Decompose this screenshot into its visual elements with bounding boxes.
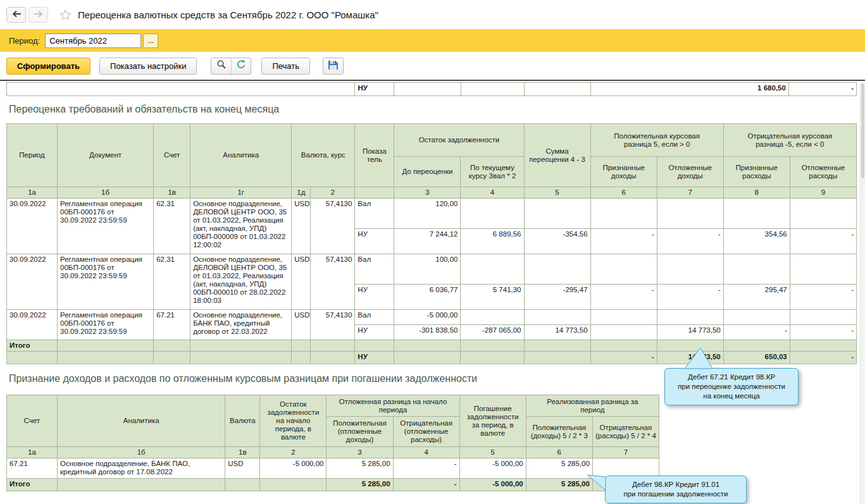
callout-repayment-posting: Дебет 98.КР Кредит 91.01 при погашении з… <box>605 476 747 503</box>
cell-indicator: НУ <box>355 229 394 254</box>
period-input[interactable] <box>45 34 141 48</box>
colnum: 2 <box>260 447 327 458</box>
header-indicator: Показа тель <box>355 124 394 187</box>
colnum: 6 <box>590 187 657 199</box>
cell-pos-deferred: - <box>657 229 723 254</box>
cell-empty <box>190 352 292 364</box>
colnum: 2 <box>311 187 355 199</box>
cell-neg-recognized: 354,56 <box>723 229 790 254</box>
cell-document: Регламентная операция 00БП-000176 от 30.… <box>58 310 154 340</box>
colnum: 1в <box>225 447 260 458</box>
cell-neg-deferred <box>790 254 856 285</box>
cell-analytics: Основное подразделение, БАНК ПАО, кредит… <box>190 310 292 340</box>
period-more-button[interactable]: ... <box>143 34 158 48</box>
cell-empty <box>154 340 190 352</box>
favorite-star-icon[interactable] <box>59 9 72 21</box>
cell-empty <box>190 340 292 352</box>
cell-pos-recognized <box>590 199 657 229</box>
colnum: 4 <box>393 447 459 458</box>
cell-current <box>461 310 524 325</box>
cell-neg-recognized: 295,47 <box>723 285 790 310</box>
cell-empty <box>311 340 355 352</box>
colnum: 1д <box>292 187 311 199</box>
cell-sum: -354,56 <box>524 229 590 254</box>
save-icon <box>328 59 339 73</box>
colnum: 4 <box>461 187 524 199</box>
show-settings-button[interactable]: Показать настройки <box>99 58 197 75</box>
cell-before: 100,00 <box>394 254 461 285</box>
forward-button[interactable] <box>28 7 48 23</box>
generate-button[interactable]: Сформировать <box>6 58 90 75</box>
search-button[interactable] <box>211 58 231 74</box>
cell-empty <box>7 83 355 96</box>
total-neg-recognized: 650,03 <box>723 352 790 364</box>
cell-empty <box>524 83 590 96</box>
print-button[interactable]: Печать <box>261 58 310 75</box>
cell-empty <box>590 340 657 352</box>
cell-currency: USD <box>292 199 311 254</box>
cell-document: Регламентная операция 00БП-000176 от 30.… <box>58 254 154 310</box>
header-analytics: Аналитика <box>58 395 225 447</box>
callout-line: Дебет 67.21 Кредит 98.КР <box>668 372 795 382</box>
header-deferred-group: Отложенная разница на начало периода <box>327 395 459 417</box>
header-pos-deferred: Отложенные доходы <box>657 157 723 187</box>
header-debt-group: Остаток задолженности <box>394 124 524 157</box>
cell-empty <box>225 479 260 491</box>
colnum: 7 <box>592 447 659 458</box>
cell-pos-deferred <box>657 199 723 229</box>
cell-sum <box>524 254 590 285</box>
cell-indicator: Вал <box>355 254 394 285</box>
cell-sum <box>524 310 590 325</box>
colnum: 3 <box>394 187 461 199</box>
header-opening: Остаток задолженности на начало периода,… <box>260 395 327 447</box>
cell-analytics: Основное подразделение, БАНК ПАО, кредит… <box>58 458 225 479</box>
refresh-icon <box>236 59 246 72</box>
cell-def-neg: - <box>393 458 459 479</box>
total-pos-recognized: - <box>590 352 657 364</box>
cell-empty <box>7 352 58 364</box>
cell-before: 6 036,77 <box>394 285 461 310</box>
back-button[interactable] <box>6 7 26 23</box>
cell-empty <box>394 83 461 96</box>
header-currency: Валюта <box>225 395 260 447</box>
cell-before: -301 838,50 <box>394 325 461 340</box>
scrollbar-thumb[interactable] <box>861 83 864 178</box>
cell-current: 5 741,30 <box>461 285 524 310</box>
forward-arrow-icon <box>34 9 44 20</box>
total-def-neg: - <box>393 479 459 491</box>
cell-analytics: Основное подразделение, ДЕЛОВОЙ ЦЕНТР ОО… <box>190 254 292 310</box>
cell-empty <box>524 340 590 352</box>
callout-pointer-icon <box>587 474 606 491</box>
toolbar: Сформировать Показать настройки Печать <box>0 52 865 80</box>
colnum: 1б <box>58 187 154 199</box>
header-currency-rate: Валюта, курс <box>292 124 355 187</box>
total-real-pos: 5 285,00 <box>526 479 592 491</box>
header-negative-group: Отрицательная курсовая разница -5, если … <box>723 124 856 157</box>
cell-indicator: Вал <box>355 310 394 325</box>
cell-empty <box>292 352 311 364</box>
save-button[interactable] <box>323 58 344 75</box>
refresh-button[interactable] <box>231 58 251 74</box>
cell-neg-deferred: - <box>790 285 856 310</box>
cell-account: 62.31 <box>154 254 190 310</box>
cell-currency: USD <box>292 254 311 310</box>
report-area: НУ 1 680,50 - Переоценка требований и об… <box>0 81 865 504</box>
header-period: Период <box>7 124 58 187</box>
period-bar: Период: ... <box>0 29 865 52</box>
callout-line: Дебет 98.КР Кредит 91.01 <box>608 480 744 489</box>
header-neg-recognized: Признанные расходы <box>723 157 790 187</box>
callout-line: при погашении задолженности <box>608 489 744 499</box>
section1-title: Переоценка требований и обязательств на … <box>9 104 865 115</box>
back-arrow-icon <box>11 9 22 20</box>
cell-period: 30.09.2022 <box>7 310 58 340</box>
cell-neg-recognized <box>723 254 790 285</box>
cell-pos-recognized: - <box>590 285 657 310</box>
cell-income-total: 1 680,50 <box>590 83 788 96</box>
vertical-scrollbar[interactable] <box>860 82 865 504</box>
cell-pos-deferred: 14 773,50 <box>657 325 723 340</box>
cell-rate: 57,4130 <box>311 310 355 340</box>
callout-pointer-icon <box>684 348 713 369</box>
cell-period: 30.09.2022 <box>7 199 58 254</box>
cell-indicator: Вал <box>355 199 394 229</box>
cell-neg-recognized <box>723 310 790 325</box>
